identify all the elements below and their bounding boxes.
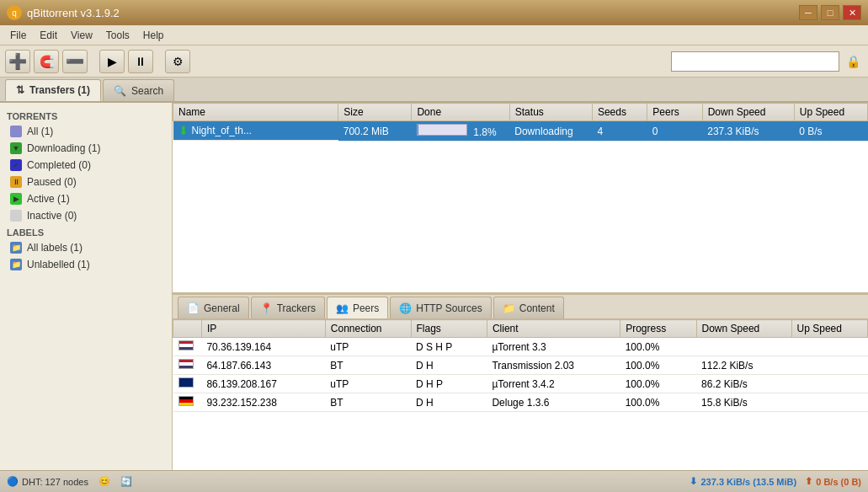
status-bar: 🔵 DHT: 127 nodes 😊 🔄 ⬇ 237.3 KiB/s (13.5… [0,470,868,492]
http-sources-tab-icon: 🌐 [399,302,412,314]
lock-icon: 🔒 [843,51,863,72]
menu-help[interactable]: Help [136,28,171,43]
torrent-up-speed: 0 B/s [794,121,867,142]
bottom-tab-http-sources[interactable]: 🌐 HTTP Sources [390,297,491,318]
torrent-name: Night_of_th... [192,125,252,136]
up-speed-status: ⬆ 0 B/s (0 B) [805,476,861,487]
tab-search[interactable]: 🔍 Search [103,79,174,101]
peer-row[interactable]: 86.139.208.167 uTP D H P µTorrent 3.4.2 … [173,375,868,393]
transfers-tab-label: Transfers (1) [29,84,90,96]
torrent-row[interactable]: ⬇ Night_of_th... 700.2 MiB 1.8% Download… [173,121,868,142]
menu-edit[interactable]: Edit [33,28,64,43]
search-input[interactable] [671,51,839,72]
col-status[interactable]: Status [509,104,592,121]
peer-col-flag[interactable] [173,320,202,338]
peer-col-down-speed[interactable]: Down Speed [696,320,791,338]
peer-down-0 [696,338,791,356]
peers-tab-icon: 👥 [336,302,349,314]
peer-flag-us [178,340,194,350]
sidebar-item-downloading[interactable]: ▼ Downloading (1) [0,140,172,157]
peer-conn-3: BT [325,393,411,412]
sidebar-all-label: All (1) [27,126,53,137]
peer-up-2 [791,375,867,393]
peer-down-1: 112.2 KiB/s [696,356,791,375]
col-peers[interactable]: Peers [647,104,702,121]
torrent-table-container[interactable]: Name Size Done Status Seeds Peers Down S… [173,103,868,293]
completed-icon: ✓ [10,159,22,171]
sidebar: TORRENTS All (1) ▼ Downloading (1) ✓ Com… [0,103,173,470]
bottom-tab-content[interactable]: 📁 Content [493,297,564,318]
dht-text: DHT: 127 nodes [22,477,88,487]
search-tab-icon: 🔍 [114,85,126,97]
sidebar-active-label: Active (1) [27,193,70,205]
peer-col-up-speed[interactable]: Up Speed [791,320,867,338]
sidebar-item-all-labels[interactable]: 📁 All labels (1) [0,239,172,256]
dht-status: 🔵 DHT: 127 nodes [7,476,88,487]
col-done[interactable]: Done [412,104,509,121]
minimize-button[interactable]: ─ [799,5,817,20]
peer-progress-1: 100.0% [620,356,696,375]
progress-text: 1.8% [473,126,496,138]
peer-col-ip[interactable]: IP [201,320,325,338]
col-down-speed[interactable]: Down Speed [702,104,794,121]
remove-button[interactable]: ➖ [62,50,88,73]
peer-row[interactable]: 70.36.139.164 uTP D S H P µTorrent 3.3 1… [173,338,868,356]
col-up-speed[interactable]: Up Speed [794,104,867,121]
menu-tools[interactable]: Tools [99,28,136,43]
peer-conn-2: uTP [325,375,411,393]
col-seeds[interactable]: Seeds [592,104,647,121]
sidebar-item-all[interactable]: All (1) [0,123,172,140]
maximize-button[interactable]: □ [821,5,839,20]
peer-col-flags[interactable]: Flags [411,320,487,338]
peers-tab-label: Peers [353,302,379,314]
sidebar-completed-label: Completed (0) [27,159,91,171]
col-name[interactable]: Name [173,104,338,121]
resume-button[interactable]: ▶ [99,50,125,73]
sidebar-item-unlabelled[interactable]: 📁 Unlabelled (1) [0,256,172,273]
bottom-tabs: 📄 General 📍 Trackers 👥 Peers 🌐 HTTP Sour… [173,293,868,318]
peer-ip-1: 64.187.66.143 [201,356,325,375]
torrents-section-title: TORRENTS [0,108,172,123]
title-bar: q qBittorrent v3.1.9.2 ─ □ ✕ [0,0,868,25]
peer-col-connection[interactable]: Connection [325,320,411,338]
torrent-down-speed: 237.3 KiB/s [702,121,794,142]
tab-transfers[interactable]: ⇅ Transfers (1) [5,79,101,101]
status-right: ⬇ 237.3 KiB/s (13.5 MiB) ⬆ 0 B/s (0 B) [690,476,861,487]
down-arrow-icon: ⬇ [690,476,697,487]
sidebar-item-active[interactable]: ▶ Active (1) [0,190,172,207]
peer-conn-1: BT [325,356,411,375]
sidebar-item-inactive[interactable]: Inactive (0) [0,207,172,224]
add-torrent-button[interactable]: ➕ [5,50,30,73]
peer-col-client[interactable]: Client [487,320,620,338]
peer-row[interactable]: 93.232.152.238 BT D H Deluge 1.3.6 100.0… [173,393,868,412]
peers-container[interactable]: IP Connection Flags Client Progress Down… [173,318,868,470]
peer-row[interactable]: 64.187.66.143 BT D H Transmission 2.03 1… [173,356,868,375]
sidebar-downloading-label: Downloading (1) [27,142,100,154]
menu-view[interactable]: View [64,28,99,43]
col-size[interactable]: Size [338,104,412,121]
sidebar-item-paused[interactable]: ⏸ Paused (0) [0,174,172,190]
peer-col-progress[interactable]: Progress [620,320,696,338]
transfers-tab-icon: ⇅ [16,84,24,96]
menu-file[interactable]: File [3,28,33,43]
peer-flag-gb [178,377,194,388]
content-tab-label: Content [519,302,555,314]
search-tab-label: Search [131,85,163,97]
add-magnet-button[interactable]: 🧲 [34,50,59,73]
down-speed-text: 237.3 KiB/s (13.5 MiB) [700,477,796,487]
pause-button[interactable]: ⏸ [128,50,153,73]
bottom-tab-peers[interactable]: 👥 Peers [327,297,388,318]
preferences-button[interactable]: ⚙ [165,50,190,73]
unlabelled-icon: 📁 [10,259,22,270]
sidebar-item-completed[interactable]: ✓ Completed (0) [0,157,172,174]
bottom-tab-trackers[interactable]: 📍 Trackers [251,297,325,318]
torrent-table: Name Size Done Status Seeds Peers Down S… [173,103,868,142]
peer-ip-2: 86.139.208.167 [201,375,325,393]
peer-ip-3: 93.232.152.238 [201,393,325,412]
peer-progress-0: 100.0% [620,338,696,356]
close-button[interactable]: ✕ [843,5,861,20]
title-bar-controls: ─ □ ✕ [799,5,861,20]
window-title: qBittorrent v3.1.9.2 [27,7,120,19]
bottom-tab-general[interactable]: 📄 General [178,297,249,318]
peer-flags-2: D H P [411,375,487,393]
